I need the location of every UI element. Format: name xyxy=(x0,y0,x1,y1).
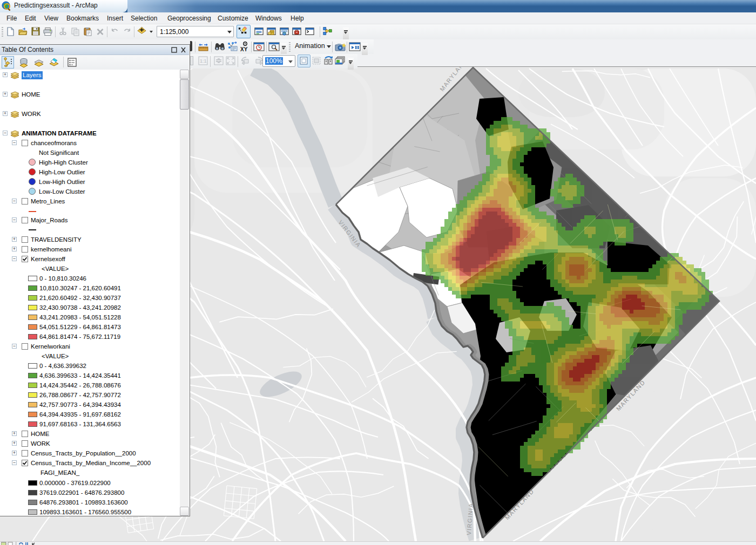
svg-text:XY: XY xyxy=(240,46,248,52)
svg-text:1:1: 1:1 xyxy=(200,58,207,64)
